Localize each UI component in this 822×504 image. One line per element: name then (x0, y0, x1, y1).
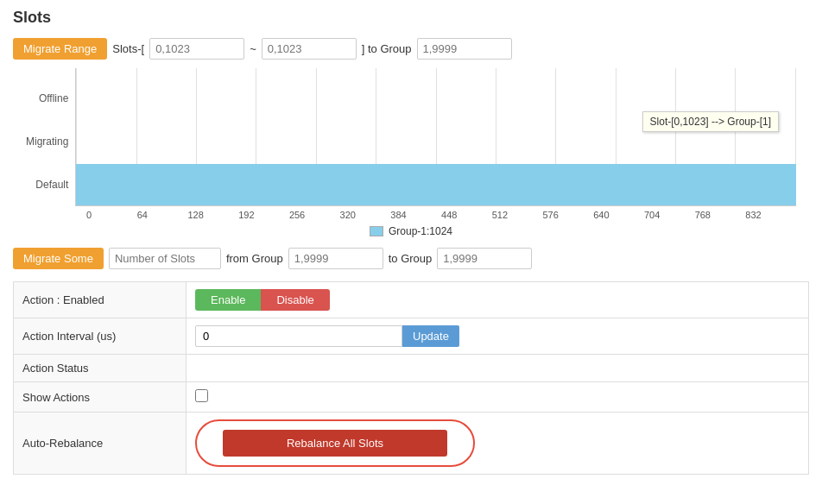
x-tick: 384 (390, 210, 441, 220)
toggle-group: Enable Disable (195, 289, 800, 311)
tilde-label: ~ (250, 42, 256, 55)
y-label-migrating: Migrating (26, 135, 68, 148)
update-button[interactable]: Update (402, 325, 459, 347)
y-axis: Offline Migrating Default (26, 68, 75, 206)
enable-button[interactable]: Enable (195, 289, 261, 311)
migrate-some-button[interactable]: Migrate Some (13, 248, 104, 269)
interval-input[interactable] (195, 325, 402, 347)
x-tick: 768 (695, 210, 746, 220)
interval-group: Update (195, 325, 800, 347)
action-interval-label: Action Interval (us) (14, 318, 187, 355)
x-tick: 0 (86, 210, 137, 220)
show-actions-row: Show Actions (14, 382, 809, 413)
x-tick: 128 (187, 210, 238, 220)
x-tick: 576 (542, 210, 593, 220)
x-tick: 64 (137, 210, 188, 220)
y-label-offline: Offline (26, 92, 68, 104)
x-tick: 832 (745, 210, 796, 220)
chart-area: Offline Migrating Default (26, 68, 796, 237)
chart-legend: Group-1:1024 (26, 225, 796, 237)
x-tick: 320 (340, 210, 391, 220)
migrate-range-row: Migrate Range Slots-[ ~ ] to Group (13, 38, 809, 60)
chart-inner: Slot-[0,1023] --> Group-[1] (75, 68, 796, 206)
auto-rebalance-controls: Rebalance All Slots (187, 413, 809, 475)
to-group-label2: to Group (389, 252, 433, 265)
default-bar (76, 164, 796, 205)
action-status-label: Action Status (14, 355, 187, 382)
show-actions-checkbox[interactable] (195, 389, 208, 402)
action-interval-row: Action Interval (us) Update (14, 318, 809, 355)
migrate-some-row: Migrate Some from Group to Group (13, 248, 809, 269)
auto-rebalance-label: Auto-Rebalance (14, 413, 187, 475)
x-tick: 192 (238, 210, 289, 220)
num-slots-input[interactable] (109, 248, 221, 269)
x-axis: 0 64 128 192 256 320 384 448 512 576 640… (86, 206, 796, 220)
x-tick: 704 (644, 210, 695, 220)
disable-button[interactable]: Disable (261, 289, 329, 311)
slots-prefix-label: Slots-[ (112, 42, 144, 55)
migrate-range-button[interactable]: Migrate Range (13, 38, 107, 60)
legend-label: Group-1:1024 (389, 225, 452, 237)
rebalance-oval: Rebalance All Slots (195, 419, 475, 467)
auto-rebalance-row: Auto-Rebalance Rebalance All Slots (14, 413, 809, 475)
rebalance-button[interactable]: Rebalance All Slots (223, 430, 447, 457)
show-actions-label: Show Actions (14, 382, 187, 413)
slots-start-input[interactable] (149, 38, 244, 60)
to-group-label: ] to Group (362, 42, 412, 55)
show-actions-controls (187, 382, 809, 413)
x-tick: 448 (441, 210, 492, 220)
to-group-input[interactable] (417, 38, 512, 60)
x-tick: 512 (492, 210, 543, 220)
x-tick: 256 (289, 210, 340, 220)
action-interval-controls: Update (187, 318, 809, 355)
to-group-input2[interactable] (437, 248, 532, 269)
action-table: Action : Enabled Enable Disable Action I… (13, 281, 809, 475)
y-label-default: Default (26, 179, 68, 191)
x-tick: 640 (593, 210, 644, 220)
action-enabled-row: Action : Enabled Enable Disable (14, 282, 809, 318)
legend-color-box (370, 226, 383, 236)
chart-tooltip: Slot-[0,1023] --> Group-[1] (642, 111, 779, 132)
action-enabled-label: Action : Enabled (14, 282, 187, 318)
action-enabled-controls: Enable Disable (187, 282, 809, 318)
from-group-label: from Group (226, 252, 283, 265)
page-title: Slots (0, 0, 822, 31)
from-group-input[interactable] (288, 248, 383, 269)
action-status-row: Action Status (14, 355, 809, 382)
slots-end-input[interactable] (262, 38, 357, 60)
action-status-value (187, 355, 809, 382)
